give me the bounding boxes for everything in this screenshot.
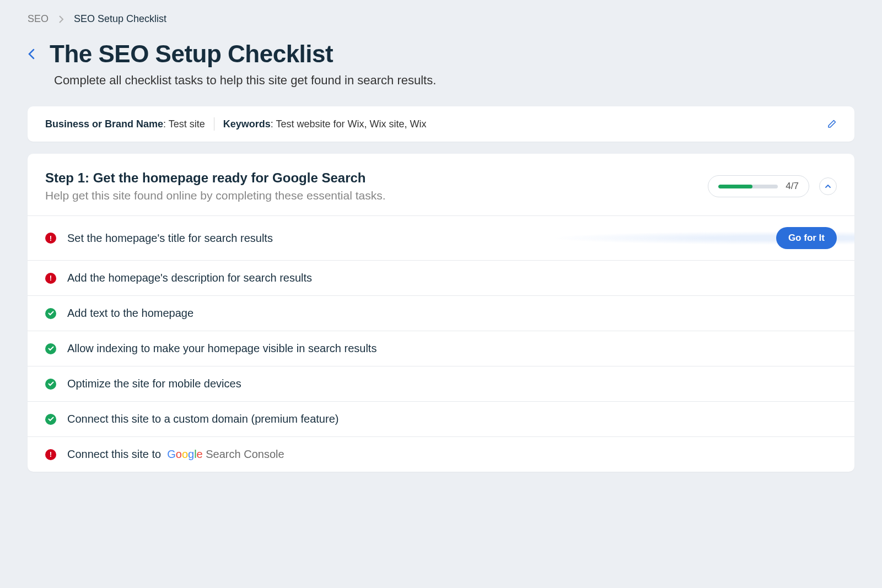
keywords-value: : Test website for Wix, Wix site, Wix [271, 118, 427, 130]
step-header: Step 1: Get the homepage ready for Googl… [28, 154, 854, 215]
task-row[interactable]: Add text to the homepage [28, 295, 854, 331]
keywords-label: Keywords [223, 118, 271, 130]
breadcrumb-root[interactable]: SEO [28, 13, 49, 25]
alert-icon: ! [45, 273, 56, 284]
brand-value: : Test site [163, 118, 205, 130]
task-row[interactable]: !Connect this site to Google Search Cons… [28, 436, 854, 472]
breadcrumb: SEO SEO Setup Checklist [28, 13, 854, 25]
step-card: Step 1: Get the homepage ready for Googl… [28, 154, 854, 472]
task-row[interactable]: Connect this site to a custom domain (pr… [28, 401, 854, 436]
task-label: Add the homepage's description for searc… [67, 272, 837, 284]
collapse-button[interactable] [819, 177, 837, 195]
divider [214, 117, 214, 131]
check-icon [45, 308, 56, 319]
breadcrumb-current: SEO Setup Checklist [74, 13, 166, 25]
brand-label: Business or Brand Name [45, 118, 163, 130]
alert-icon: ! [45, 233, 56, 244]
page-title: The SEO Setup Checklist [50, 40, 333, 68]
step-subtitle: Help get this site found online by compl… [45, 189, 386, 202]
progress-pill: 4/7 [708, 175, 809, 197]
go-for-it-button[interactable]: Go for It [776, 227, 837, 249]
info-bar: Business or Brand Name : Test site Keywo… [28, 106, 854, 142]
progress-fill [718, 185, 752, 188]
progress-text: 4/7 [786, 181, 799, 192]
check-icon [45, 379, 56, 390]
page-subtitle: Complete all checklist tasks to help thi… [54, 73, 854, 88]
task-row[interactable]: !Add the homepage's description for sear… [28, 260, 854, 295]
task-row[interactable]: !Set the homepage's title for search res… [28, 215, 854, 260]
back-button[interactable] [28, 48, 35, 60]
check-icon [45, 343, 56, 354]
check-icon [45, 414, 56, 425]
progress-bar [718, 185, 778, 188]
task-label: Optimize the site for mobile devices [67, 377, 837, 390]
step-title: Step 1: Get the homepage ready for Googl… [45, 170, 386, 186]
task-label: Set the homepage's title for search resu… [67, 232, 776, 245]
task-row[interactable]: Optimize the site for mobile devices [28, 366, 854, 401]
task-label: Allow indexing to make your homepage vis… [67, 342, 837, 355]
task-label: Add text to the homepage [67, 307, 837, 320]
task-label: Connect this site to Google Search Conso… [67, 448, 837, 461]
edit-button[interactable] [827, 119, 837, 129]
task-row[interactable]: Allow indexing to make your homepage vis… [28, 331, 854, 366]
task-label: Connect this site to a custom domain (pr… [67, 413, 837, 425]
chevron-right-icon [58, 15, 64, 24]
alert-icon: ! [45, 449, 56, 460]
